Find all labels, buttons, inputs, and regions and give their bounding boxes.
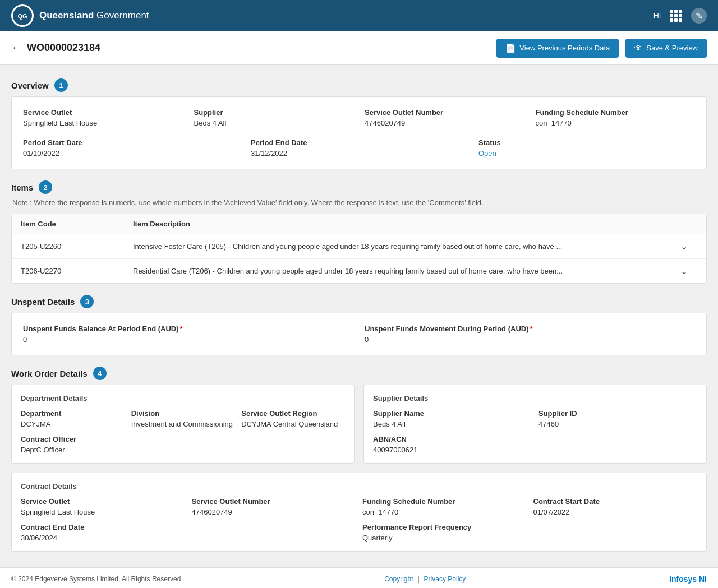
header: QG Queensland Government Hi ✎ xyxy=(0,0,718,31)
items-title: Items xyxy=(11,183,33,192)
privacy-link[interactable]: Privacy Policy xyxy=(424,575,466,583)
service-outlet-field: Service Outlet Springfield East House xyxy=(23,108,183,127)
supplier-grid: Supplier Name Beds 4 All Supplier ID 474… xyxy=(373,409,697,428)
footer-links: Copyright | Privacy Policy xyxy=(384,575,466,583)
hi-text: Hi xyxy=(653,11,661,20)
expand-row-0-icon[interactable]: ⌄ xyxy=(680,241,697,252)
footer: © 2024 Edgeverve Systems Limited, All Ri… xyxy=(0,567,718,588)
work-order-section: Work Order Details 4 Department Details … xyxy=(11,362,707,552)
document-icon: 📄 xyxy=(505,43,516,53)
table-row: T206-U2270 Residential Care (T206) - Chi… xyxy=(12,259,706,283)
unspent-grid: Unspent Funds Balance At Period End (AUD… xyxy=(23,325,695,344)
eye-icon: 👁 xyxy=(634,43,643,53)
unspent-title: Unspent Details xyxy=(11,297,75,307)
work-order-grid: Department Details Department DCYJMA Div… xyxy=(11,385,707,464)
copyright-text: © 2024 Edgeverve Systems Limited, All Ri… xyxy=(11,575,181,583)
items-table-header: Item Code Item Description xyxy=(12,214,706,234)
contract-start-field: Contract Start Date 01/07/2022 xyxy=(533,497,698,516)
abn-acn-field: ABN/ACN 40097000621 xyxy=(373,435,697,454)
contract-grid2: Contract End Date 30/06/2024 Performance… xyxy=(21,523,697,542)
contract-funding-schedule-field: Funding Schedule Number con_14770 xyxy=(362,497,527,516)
overview-title: Overview xyxy=(11,81,49,90)
header-left: QG Queensland Government xyxy=(11,4,149,27)
department-field: Department DCYJMA xyxy=(21,409,125,428)
required-star: * xyxy=(180,325,183,333)
contract-details-card: Contract Details Service Outlet Springfi… xyxy=(11,473,707,552)
svg-text:QG: QG xyxy=(17,13,27,20)
subheader: ← WO0000023184 📄 View Previous Periods D… xyxy=(0,31,718,65)
items-badge: 2 xyxy=(39,180,52,194)
table-row: T205-U2260 Intensive Foster Care (T205) … xyxy=(12,234,706,259)
supplier-field: Supplier Beds 4 All xyxy=(194,108,354,127)
back-button[interactable]: ← xyxy=(11,42,21,54)
service-outlet-region-field: Service Outlet Region DCYJMA Central Que… xyxy=(241,409,345,428)
items-note: Note : Where the response is numeric, us… xyxy=(11,198,707,207)
site-title: Queensland Government xyxy=(39,10,149,21)
funding-schedule-number-field: Funding Schedule Number con_14770 xyxy=(536,108,696,127)
department-details-card: Department Details Department DCYJMA Div… xyxy=(11,385,355,464)
overview-badge: 1 xyxy=(54,78,68,92)
view-previous-button[interactable]: 📄 View Previous Periods Data xyxy=(496,39,619,58)
overview-header: Overview 1 xyxy=(11,74,707,96)
supplier-id-field: Supplier ID 47460 xyxy=(538,409,697,428)
contract-officer-field: Contract Officer DeptC Officer xyxy=(21,435,345,454)
service-outlet-number-field: Service Outlet Number 4746020749 xyxy=(365,108,524,127)
overview-grid-top: Service Outlet Springfield East House Su… xyxy=(23,108,695,127)
expand-row-1-icon[interactable]: ⌄ xyxy=(680,266,697,276)
items-header: Items 2 xyxy=(11,176,707,198)
overview-card: Service Outlet Springfield East House Su… xyxy=(11,96,707,169)
contract-service-outlet-number-field: Service Outlet Number 4746020749 xyxy=(192,497,356,516)
period-end-field: Period End Date 31/12/2022 xyxy=(251,138,467,158)
supplier-details-card: Supplier Details Supplier Name Beds 4 Al… xyxy=(363,385,707,464)
status-field: Status Open xyxy=(478,138,695,158)
unspent-header: Unspent Details 3 xyxy=(11,290,707,313)
dept-grid: Department DCYJMA Division Investment an… xyxy=(21,409,345,428)
infosys-logo: Infosys NI xyxy=(669,575,707,584)
work-order-badge: 4 xyxy=(93,367,107,380)
required-star: * xyxy=(530,325,533,333)
contract-grid1: Service Outlet Springfield East House Se… xyxy=(21,497,697,516)
work-order-number: WO0000023184 xyxy=(27,42,100,54)
copyright-link[interactable]: Copyright xyxy=(384,575,413,583)
items-table: Item Code Item Description T205-U2260 In… xyxy=(11,214,707,284)
items-section: Items 2 Note : Where the response is num… xyxy=(11,176,707,284)
main-content: Overview 1 Service Outlet Springfield Ea… xyxy=(0,65,718,567)
subheader-left: ← WO0000023184 xyxy=(11,42,100,54)
unspent-card: Unspent Funds Balance At Period End (AUD… xyxy=(11,313,707,355)
save-preview-button[interactable]: 👁 Save & Preview xyxy=(625,39,707,58)
logo: QG xyxy=(11,4,34,27)
apps-icon[interactable] xyxy=(670,10,682,22)
contract-service-outlet-field: Service Outlet Springfield East House xyxy=(21,497,185,516)
work-order-title: Work Order Details xyxy=(11,369,88,378)
overview-section: Overview 1 Service Outlet Springfield Ea… xyxy=(11,74,707,169)
division-field: Division Investment and Commissioning xyxy=(131,409,235,428)
header-right: Hi ✎ xyxy=(653,8,707,24)
perf-report-field: Performance Report Frequency Quarterly xyxy=(362,523,697,542)
unspent-badge: 3 xyxy=(80,295,94,308)
subheader-right: 📄 View Previous Periods Data 👁 Save & Pr… xyxy=(496,39,707,58)
unspent-movement-field: Unspent Funds Movement During Period (AU… xyxy=(365,325,695,344)
supplier-name-field: Supplier Name Beds 4 All xyxy=(373,409,532,428)
contract-end-field: Contract End Date 30/06/2024 xyxy=(21,523,356,542)
user-avatar[interactable]: ✎ xyxy=(691,8,707,24)
unspent-balance-field: Unspent Funds Balance At Period End (AUD… xyxy=(23,325,353,344)
work-order-header: Work Order Details 4 xyxy=(11,362,707,385)
overview-grid-bottom: Period Start Date 01/10/2022 Period End … xyxy=(23,138,695,158)
period-start-field: Period Start Date 01/10/2022 xyxy=(23,138,240,158)
unspent-section: Unspent Details 3 Unspent Funds Balance … xyxy=(11,290,707,355)
